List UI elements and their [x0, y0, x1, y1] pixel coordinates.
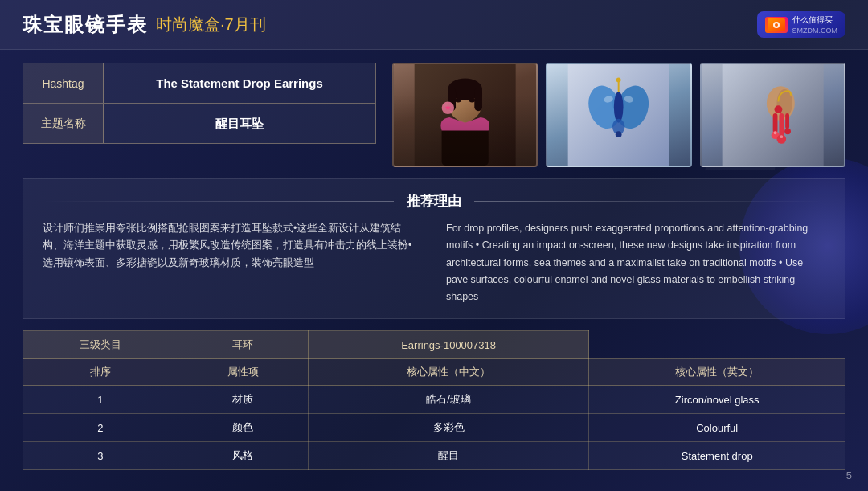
svg-point-24 [616, 131, 622, 137]
svg-point-7 [448, 78, 482, 100]
rec-content: 设计师们推崇用夸张比例搭配抢眼图案来打造耳坠款式•这些全新设计从建筑结构、海洋主… [43, 220, 825, 305]
row3-cn: 醒目 [308, 442, 589, 470]
rec-col-cn: 设计师们推崇用夸张比例搭配抢眼图案来打造耳坠款式•这些全新设计从建筑结构、海洋主… [43, 220, 422, 305]
model-image [392, 63, 538, 167]
earring2-image [700, 63, 845, 167]
info-table: Hashtag The Statement Drop Earrings 主题名称… [23, 63, 376, 167]
svg-rect-29 [772, 113, 777, 133]
header-title-main: 珠宝眼镜手表 [23, 12, 148, 38]
row3-en: Statement drop [589, 442, 845, 470]
row2-cn: 多彩色 [308, 414, 589, 442]
svg-point-36 [780, 135, 783, 138]
row3-attr: 风格 [178, 442, 308, 470]
table-category-row: 三级类目 耳环 Earrings-100007318 [23, 331, 845, 359]
rec-title: 推荐理由 [43, 192, 825, 211]
rec-col-en: For drop profiles, designers push exagge… [446, 220, 825, 305]
category-label: 三级类目 [23, 331, 178, 359]
table-column-header-row: 排序 属性项 核心属性（中文） 核心属性（英文） [23, 359, 845, 386]
table-row: 3 风格 醒目 Statement drop [23, 442, 845, 470]
hashtag-row: Hashtag The Statement Drop Earrings [23, 63, 376, 104]
header-logo: 什么值得买 SMZDM.COM [757, 11, 846, 38]
svg-rect-3 [415, 64, 516, 166]
svg-rect-30 [779, 113, 784, 137]
svg-point-12 [442, 102, 455, 115]
col-cn: 核心属性（中文） [308, 359, 589, 386]
svg-rect-8 [448, 88, 456, 111]
header: 珠宝眼镜手表 时尚魔盒·7月刊 什么值得买 SM [0, 0, 868, 50]
main-content: Hashtag The Statement Drop Earrings 主题名称… [0, 50, 868, 167]
svg-rect-4 [442, 123, 489, 166]
theme-row: 主题名称 醒目耳坠 [23, 104, 376, 144]
images-area [392, 63, 845, 167]
svg-point-18 [614, 92, 624, 123]
row1-cn: 皓石/玻璃 [308, 386, 589, 414]
row2-en: Colourful [589, 414, 845, 442]
header-title-sub: 时尚魔盒·7月刊 [156, 14, 266, 35]
svg-rect-9 [474, 88, 482, 111]
svg-point-11 [469, 98, 476, 103]
category-value: 耳环 [178, 331, 308, 359]
svg-rect-5 [460, 111, 471, 126]
hashtag-label: Hashtag [23, 63, 104, 103]
row2-attr: 颜色 [178, 414, 308, 442]
theme-value: 醒目耳坠 [104, 104, 375, 143]
recommendation-section: 推荐理由 设计师们推崇用夸张比例搭配抢眼图案来打造耳坠款式•这些全新设计从建筑结… [23, 178, 845, 319]
page-number: 5 [846, 469, 852, 481]
svg-point-34 [784, 128, 791, 134]
row1-order: 1 [23, 386, 178, 414]
svg-marker-13 [444, 104, 451, 110]
category-id: Earrings-100007318 [308, 331, 589, 359]
row1-attr: 材质 [178, 386, 308, 414]
logo-text: 什么值得买 SMZDM.COM [792, 14, 838, 35]
row2-order: 2 [23, 414, 178, 442]
col-attr: 属性项 [178, 359, 308, 386]
hashtag-value: The Statement Drop Earrings [104, 63, 375, 103]
svg-point-35 [773, 131, 776, 134]
svg-rect-31 [785, 113, 789, 129]
col-order: 排序 [23, 359, 178, 386]
svg-point-6 [448, 81, 482, 121]
col-en: 核心属性（英文） [589, 359, 845, 386]
table-row: 2 颜色 多彩色 Colourful [23, 414, 845, 442]
table-row: 1 材质 皓石/玻璃 Zircon/novel glass [23, 386, 845, 414]
svg-point-10 [455, 98, 461, 103]
row3-order: 3 [23, 442, 178, 470]
svg-point-20 [616, 77, 621, 82]
svg-point-2 [775, 23, 778, 27]
attributes-table: 三级类目 耳环 Earrings-100007318 排序 属性项 核心属性（中… [23, 330, 845, 470]
earring1-image [546, 63, 691, 167]
theme-label: 主题名称 [23, 104, 104, 143]
logo-icon [765, 17, 788, 33]
logo-badge: 什么值得买 SMZDM.COM [757, 11, 846, 38]
data-table-wrapper: 三级类目 耳环 Earrings-100007318 排序 属性项 核心属性（中… [23, 330, 845, 470]
row1-en: Zircon/novel glass [589, 386, 845, 414]
svg-point-28 [774, 105, 782, 113]
